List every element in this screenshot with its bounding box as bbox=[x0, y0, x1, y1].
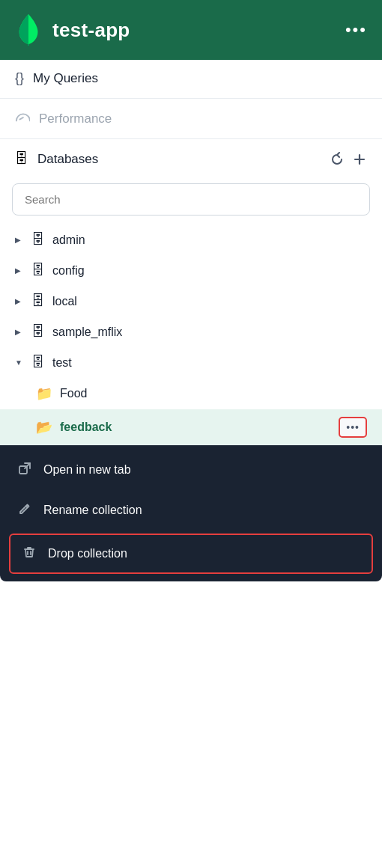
app-header: test-app ••• bbox=[0, 0, 382, 60]
context-drop-label: Drop collection bbox=[48, 547, 127, 560]
db-item-config[interactable]: ▶ 🗄 config bbox=[0, 255, 382, 286]
trash-icon bbox=[22, 545, 36, 562]
db-name-local: local bbox=[52, 295, 77, 308]
sidebar: {} My Queries Performance 🗄 Databases bbox=[0, 60, 382, 868]
pencil-icon bbox=[18, 502, 31, 519]
db-name-config: config bbox=[52, 264, 85, 278]
databases-label: Databases bbox=[37, 152, 321, 167]
performance-icon bbox=[15, 111, 30, 126]
folder-icon-food: 📁 bbox=[36, 385, 52, 402]
nav-my-queries-label: My Queries bbox=[33, 71, 98, 86]
databases-actions bbox=[330, 152, 367, 167]
db-icon-local: 🗄 bbox=[31, 293, 45, 309]
context-menu-rename[interactable]: Rename collection bbox=[0, 490, 382, 531]
database-stack-icon: 🗄 bbox=[15, 151, 28, 167]
db-item-sample-mflix[interactable]: ▶ 🗄 sample_mflix bbox=[0, 317, 382, 347]
db-icon-admin: 🗄 bbox=[31, 232, 45, 248]
collection-name-food: Food bbox=[60, 387, 87, 400]
db-icon-mflix: 🗄 bbox=[31, 324, 45, 340]
collection-name-feedback: feedback bbox=[60, 421, 112, 434]
arrow-right-icon: ▶ bbox=[15, 236, 24, 244]
arrow-right-icon-config: ▶ bbox=[15, 266, 24, 275]
context-rename-label: Rename collection bbox=[43, 504, 142, 517]
add-database-button[interactable] bbox=[352, 152, 367, 167]
arrow-down-icon-test: ▼ bbox=[15, 358, 24, 367]
db-name-test: test bbox=[52, 356, 72, 370]
search-input[interactable] bbox=[12, 183, 370, 216]
db-name-admin: admin bbox=[52, 233, 85, 247]
databases-row: 🗄 Databases bbox=[0, 141, 382, 177]
db-item-local[interactable]: ▶ 🗄 local bbox=[0, 286, 382, 317]
db-icon-config: 🗄 bbox=[31, 263, 45, 278]
queries-icon: {} bbox=[15, 70, 24, 86]
db-icon-test: 🗄 bbox=[31, 355, 45, 370]
mongodb-logo-icon bbox=[15, 14, 42, 46]
app-title: test-app bbox=[52, 19, 130, 42]
divider-1 bbox=[0, 98, 382, 99]
arrow-right-icon-mflix: ▶ bbox=[15, 328, 24, 336]
search-container bbox=[0, 177, 382, 224]
refresh-databases-button[interactable] bbox=[330, 152, 345, 167]
db-item-test[interactable]: ▼ 🗄 test bbox=[0, 347, 382, 378]
arrow-right-icon-local: ▶ bbox=[15, 297, 24, 305]
header-more-button[interactable]: ••• bbox=[345, 20, 367, 40]
collection-item-feedback[interactable]: 📂 feedback ••• bbox=[0, 409, 382, 445]
folder-icon-feedback: 📂 bbox=[36, 419, 52, 435]
context-open-new-tab-label: Open in new tab bbox=[43, 463, 131, 477]
nav-item-my-queries[interactable]: {} My Queries bbox=[0, 60, 382, 97]
db-name-mflix: sample_mflix bbox=[52, 326, 122, 339]
db-item-admin[interactable]: ▶ 🗄 admin bbox=[0, 224, 382, 255]
context-menu: Open in new tab Rename collection Dr bbox=[0, 445, 382, 581]
context-menu-open-new-tab[interactable]: Open in new tab bbox=[0, 450, 382, 490]
nav-performance-label: Performance bbox=[39, 111, 112, 126]
external-link-icon bbox=[18, 462, 31, 478]
header-left: test-app bbox=[15, 14, 130, 46]
collection-item-food[interactable]: 📁 Food bbox=[0, 378, 382, 409]
collection-more-button[interactable]: ••• bbox=[339, 417, 367, 438]
divider-2 bbox=[0, 138, 382, 139]
nav-item-performance[interactable]: Performance bbox=[0, 100, 382, 137]
context-menu-drop[interactable]: Drop collection bbox=[9, 534, 373, 574]
